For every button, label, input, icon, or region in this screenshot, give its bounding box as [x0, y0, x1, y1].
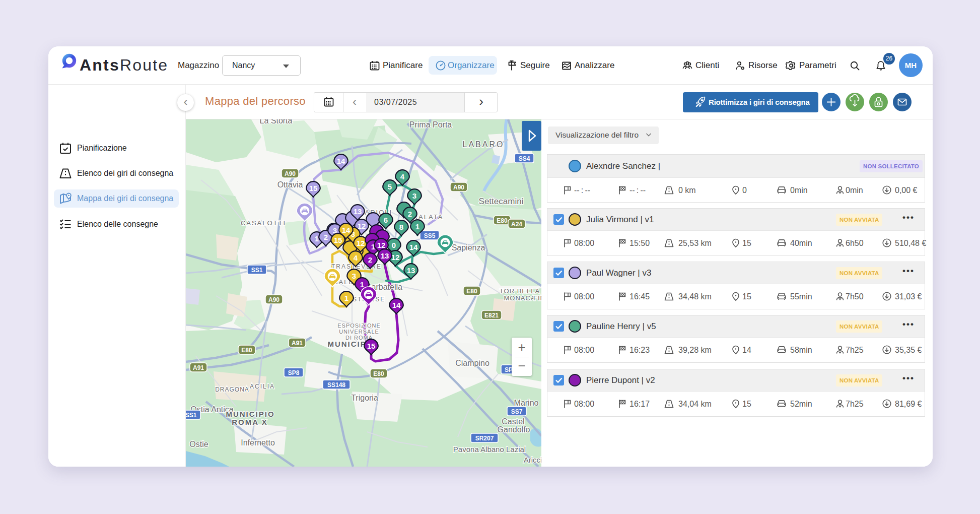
svg-text:ROMA X: ROMA X [232, 418, 267, 426]
svg-text:2: 2 [324, 233, 328, 241]
svg-text:A90: A90 [453, 184, 464, 191]
svg-text:14: 14 [392, 301, 401, 309]
svg-text:Sapienza: Sapienza [452, 243, 485, 252]
svg-text:3: 3 [412, 191, 416, 200]
svg-text:4: 4 [354, 253, 358, 262]
svg-text:12: 12 [377, 241, 386, 249]
svg-text:15: 15 [309, 184, 318, 192]
svg-text:0: 0 [392, 241, 396, 249]
svg-text:A91: A91 [292, 340, 303, 347]
svg-text:E80: E80 [241, 347, 252, 354]
svg-text:1: 1 [315, 234, 319, 243]
svg-text:Marino: Marino [514, 399, 539, 407]
svg-text:Gandolfo: Gandolfo [498, 425, 530, 434]
svg-text:4: 4 [400, 172, 405, 181]
svg-text:Settecamini: Settecamini [479, 197, 524, 206]
svg-text:14: 14 [342, 226, 351, 234]
svg-text:TOR BELLA: TOR BELLA [500, 287, 540, 295]
svg-text:E80: E80 [497, 217, 508, 224]
svg-text:DRAGONA: DRAGONA [215, 386, 249, 393]
svg-text:SS148: SS148 [327, 381, 345, 389]
svg-text:Prima Porta: Prima Porta [409, 120, 452, 129]
svg-text:MONACA: MONACA [504, 294, 535, 302]
svg-text:13: 13 [354, 207, 362, 216]
svg-text:SS1: SS1 [186, 412, 197, 419]
svg-text:FIN: FIN [533, 294, 541, 302]
svg-text:UNIVERSALE: UNIVERSALE [339, 329, 379, 335]
svg-text:ESPOSIZIONE: ESPOSIZIONE [337, 323, 381, 329]
svg-text:13: 13 [407, 266, 415, 275]
svg-text:1: 1 [360, 280, 364, 289]
svg-text:SP8: SP8 [288, 369, 300, 376]
svg-text:15: 15 [367, 342, 376, 350]
svg-text:Infernetto: Infernetto [241, 438, 275, 447]
svg-text:13: 13 [381, 251, 389, 260]
svg-text:E821: E821 [484, 312, 499, 319]
svg-text:5: 5 [388, 182, 392, 191]
svg-text:Ostie: Ostie [189, 440, 208, 448]
svg-text:Pavona Albano Lazial: Pavona Albano Lazial [453, 445, 526, 454]
svg-text:Ottavia: Ottavia [277, 180, 303, 189]
svg-text:A90: A90 [285, 170, 296, 177]
svg-text:12: 12 [357, 239, 365, 247]
svg-text:SS4: SS4 [519, 155, 530, 162]
svg-text:8: 8 [399, 223, 403, 231]
svg-text:SR207: SR207 [475, 435, 494, 442]
svg-text:MUNICIPIO: MUNICIPIO [226, 410, 274, 418]
svg-text:15: 15 [334, 236, 342, 244]
svg-text:A91: A91 [193, 364, 204, 371]
svg-text:E80: E80 [466, 288, 477, 295]
svg-text:SS1: SS1 [251, 267, 263, 274]
svg-text:Castel: Castel [502, 417, 524, 426]
svg-text:Ciampino: Ciampino [455, 359, 489, 367]
svg-text:Aricci: Aricci [524, 456, 541, 464]
svg-text:12: 12 [358, 222, 366, 230]
svg-text:1: 1 [415, 222, 419, 231]
svg-text:SS5: SS5 [424, 232, 436, 239]
svg-text:2: 2 [368, 255, 372, 264]
svg-text:CASALOTTI: CASALOTTI [241, 219, 286, 227]
svg-text:6: 6 [384, 216, 388, 224]
svg-text:A90: A90 [268, 296, 279, 303]
svg-text:SS7: SS7 [511, 408, 523, 415]
svg-text:14: 14 [337, 157, 345, 165]
svg-text:E80: E80 [373, 370, 384, 377]
svg-text:ACILIA: ACILIA [250, 383, 275, 390]
svg-text:2: 2 [408, 210, 412, 218]
svg-text:La Storta: La Storta [260, 119, 293, 125]
svg-text:12: 12 [391, 253, 400, 262]
svg-text:LABARO: LABARO [463, 140, 505, 149]
svg-text:1: 1 [344, 294, 348, 302]
svg-text:14: 14 [409, 243, 418, 251]
svg-text:3: 3 [352, 272, 356, 280]
svg-text:Trigoria: Trigoria [351, 394, 378, 402]
svg-text:A24: A24 [511, 221, 522, 228]
